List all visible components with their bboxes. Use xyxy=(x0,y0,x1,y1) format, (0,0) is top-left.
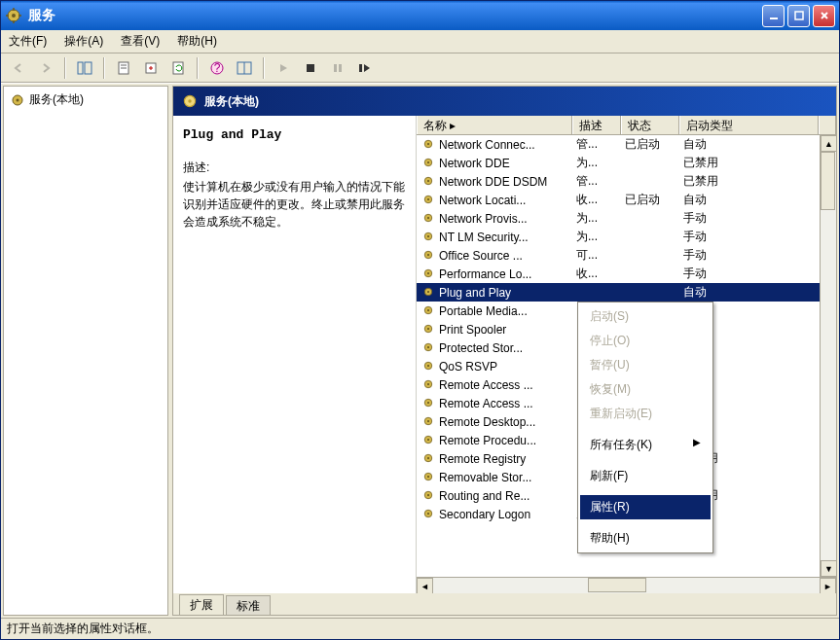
service-list[interactable]: 名称 ▸ 描述 状态 启动类型 Network Connec...管...已启动… xyxy=(417,116,836,593)
service-row[interactable]: Performance Lo...收...手动 xyxy=(417,265,836,283)
pane-header: 服务(本地) xyxy=(173,87,836,116)
ctx-refresh[interactable]: 刷新(F) xyxy=(580,464,711,488)
service-desc: 为... xyxy=(572,229,621,245)
tree-pane[interactable]: 服务(本地) xyxy=(3,86,168,616)
service-row[interactable]: Network Locati...收...已启动自动 xyxy=(417,191,836,209)
gear-icon xyxy=(10,92,25,108)
svg-point-68 xyxy=(427,493,429,495)
gear-icon xyxy=(422,304,436,318)
menu-help[interactable]: 帮助(H) xyxy=(177,33,217,50)
col-startup[interactable]: 启动类型 xyxy=(679,116,819,134)
service-startup: 已禁用 xyxy=(679,173,836,190)
gear-icon xyxy=(422,157,436,170)
scroll-down-button[interactable]: ▼ xyxy=(821,560,836,577)
svg-rect-6 xyxy=(770,18,778,19)
service-name: Network Provis... xyxy=(439,212,528,226)
show-hide-tree-button[interactable] xyxy=(73,56,96,80)
ctx-help[interactable]: 帮助(H) xyxy=(580,526,711,551)
service-desc: 收... xyxy=(572,266,621,282)
col-name[interactable]: 名称 ▸ xyxy=(417,116,572,134)
scroll-right-button[interactable]: ► xyxy=(820,578,836,593)
col-desc[interactable]: 描述 xyxy=(572,116,621,134)
close-button[interactable] xyxy=(813,5,835,27)
gear-icon xyxy=(422,434,436,447)
tree-root-label: 服务(本地) xyxy=(29,91,84,108)
ctx-alltasks[interactable]: 所有任务(K) xyxy=(580,433,711,457)
back-button[interactable] xyxy=(7,56,30,80)
service-row[interactable]: Network Provis...为...手动 xyxy=(417,209,836,228)
service-row[interactable]: NT LM Security...为...手动 xyxy=(417,228,836,246)
vertical-scrollbar[interactable]: ▲ ▼ xyxy=(820,135,836,577)
svg-point-28 xyxy=(188,99,191,102)
service-row[interactable]: Network DDE DSDM管...已禁用 xyxy=(417,172,836,191)
horizontal-scrollbar[interactable]: ◄ ► xyxy=(417,577,836,593)
gear-icon xyxy=(422,360,436,373)
col-status[interactable]: 状态 xyxy=(621,116,679,134)
export-button[interactable] xyxy=(139,56,163,80)
gear-icon xyxy=(422,249,436,263)
tab-standard[interactable]: 标准 xyxy=(226,595,271,616)
titlebar[interactable]: 服务 xyxy=(1,1,839,30)
gear-icon xyxy=(422,341,436,355)
svg-rect-7 xyxy=(795,12,803,19)
service-startup: 手动 xyxy=(679,210,836,227)
ctx-pause[interactable]: 暂停(U) xyxy=(580,353,711,377)
menu-view[interactable]: 查看(V) xyxy=(121,33,160,50)
service-startup: 手动 xyxy=(679,229,836,245)
menu-action[interactable]: 操作(A) xyxy=(64,33,103,50)
svg-rect-11 xyxy=(85,62,91,74)
refresh-button[interactable] xyxy=(166,56,190,80)
gear-icon xyxy=(181,92,199,110)
gear-icon xyxy=(422,452,436,466)
service-name: Network DDE DSDM xyxy=(439,175,547,189)
view-tabs: 扩展 标准 xyxy=(173,593,836,615)
svg-point-34 xyxy=(427,179,429,181)
stop-service-button[interactable] xyxy=(299,56,322,80)
restart-service-button[interactable] xyxy=(353,56,377,80)
svg-point-32 xyxy=(427,160,429,162)
svg-rect-24 xyxy=(359,64,362,72)
service-name: NT LM Security... xyxy=(439,231,529,244)
description-label: 描述: xyxy=(183,160,406,176)
gear-icon xyxy=(422,175,436,189)
menu-file[interactable]: 文件(F) xyxy=(9,33,47,50)
selected-service-name: Plug and Play xyxy=(183,127,406,142)
tree-root-services[interactable]: 服务(本地) xyxy=(8,90,164,109)
forward-button[interactable] xyxy=(34,56,57,80)
svg-point-30 xyxy=(427,142,429,144)
help-button[interactable]: ? xyxy=(205,56,229,80)
start-service-button[interactable] xyxy=(272,56,295,80)
service-status: 已启动 xyxy=(621,192,679,208)
minimize-button[interactable] xyxy=(762,5,785,27)
scroll-thumb[interactable] xyxy=(821,152,835,210)
services-window: 服务 文件(F) 操作(A) 查看(V) 帮助(H) ? xyxy=(0,0,840,640)
service-row[interactable]: Plug and Play自动 xyxy=(417,283,836,302)
pause-service-button[interactable] xyxy=(326,56,349,80)
scroll-up-button[interactable]: ▲ xyxy=(821,135,836,152)
ctx-resume[interactable]: 恢复(M) xyxy=(580,377,711,402)
svg-point-66 xyxy=(427,475,429,477)
service-row[interactable]: Network Connec...管...已启动自动 xyxy=(417,135,836,154)
menu-bar: 文件(F) 操作(A) 查看(V) 帮助(H) xyxy=(1,30,839,53)
scroll-thumb[interactable] xyxy=(588,578,646,592)
maximize-button[interactable] xyxy=(787,5,810,27)
service-row[interactable]: Network DDE为...已禁用 xyxy=(417,154,836,172)
ctx-stop[interactable]: 停止(O) xyxy=(580,329,711,353)
service-name: Remote Desktop... xyxy=(439,415,535,429)
ctx-properties[interactable]: 属性(R) xyxy=(580,495,711,519)
service-row[interactable]: Office Source ...可...手动 xyxy=(417,246,836,265)
tab-extended[interactable]: 扩展 xyxy=(179,594,224,616)
svg-point-70 xyxy=(427,512,429,514)
svg-point-60 xyxy=(427,419,429,421)
svg-point-52 xyxy=(427,345,429,347)
svg-point-54 xyxy=(427,364,429,366)
ctx-restart[interactable]: 重新启动(E) xyxy=(580,402,711,426)
view-mode-button[interactable] xyxy=(233,56,256,80)
properties-button[interactable] xyxy=(112,56,135,80)
svg-point-44 xyxy=(427,271,429,273)
gear-icon xyxy=(422,323,436,337)
scroll-left-button[interactable]: ◄ xyxy=(417,578,433,593)
ctx-start[interactable]: 启动(S) xyxy=(580,304,711,329)
svg-rect-10 xyxy=(78,62,83,74)
service-name: Protected Stor... xyxy=(439,341,523,355)
